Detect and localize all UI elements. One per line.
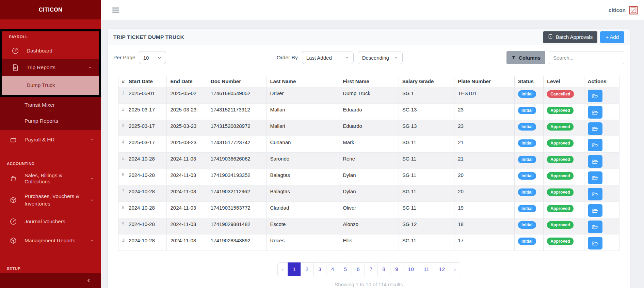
view-record-button[interactable] xyxy=(588,122,602,135)
cell-plate-number: 20 xyxy=(454,169,515,185)
pagination-page-9[interactable]: 9 xyxy=(390,262,403,276)
status-badge: Initial xyxy=(518,188,536,196)
cell-doc-number: 17419034193352 xyxy=(207,169,267,185)
pagination-page-6[interactable]: 6 xyxy=(352,262,365,276)
menu-toggle-button[interactable] xyxy=(112,6,119,14)
pagination-page-4[interactable]: 4 xyxy=(326,262,339,276)
view-record-button[interactable] xyxy=(588,90,602,102)
cell-salary-grade: SG 11 xyxy=(399,153,454,169)
sidebar-item-transit-mixer[interactable]: Transit Mixer xyxy=(0,97,101,113)
row-number: 10 xyxy=(118,234,125,251)
level-badge: Approved xyxy=(547,188,574,196)
cell-plate-number: 20 xyxy=(454,185,515,202)
view-record-button[interactable] xyxy=(588,188,602,200)
pagination-page-12[interactable]: 12 xyxy=(434,262,450,276)
pagination-page-2[interactable]: 2 xyxy=(301,262,314,276)
cell-last-name: Escote xyxy=(267,218,339,234)
view-record-button[interactable] xyxy=(588,237,602,249)
sidebar-item-label: Purchases, Vouchers & Inventories xyxy=(25,193,82,208)
document-icon xyxy=(12,64,19,71)
view-record-button[interactable] xyxy=(588,155,602,168)
sidebar-item-dashboard[interactable]: Dashboard xyxy=(2,42,99,59)
sidebar: CITICON PAYROLL Dashboard Trip Reports D… xyxy=(0,0,101,288)
level-badge: Approved xyxy=(547,238,574,245)
add-button[interactable]: + Add xyxy=(600,31,624,43)
batch-approvals-button[interactable]: Batch Approvals xyxy=(543,31,597,43)
pagination-next[interactable]: › xyxy=(450,262,460,276)
view-record-button[interactable] xyxy=(588,221,602,233)
cell-plate-number: 18 xyxy=(454,218,515,234)
cell-end-date: 2024-11-03 xyxy=(167,185,207,202)
view-record-button[interactable] xyxy=(588,204,602,217)
cell-first-name: Rene xyxy=(339,153,399,169)
cell-doc-number: 17419036626062 xyxy=(207,153,267,169)
view-record-button[interactable] xyxy=(588,171,602,184)
content-card: TRIP TICKET DUMP TRUCK Batch Approvals +… xyxy=(108,29,630,288)
chevron-down-icon xyxy=(345,56,349,60)
sidebar-brand: CITICON xyxy=(0,0,101,19)
section-label-setup: SETUP xyxy=(0,263,101,274)
sidebar-item-label: Sales, Billings & Collections xyxy=(25,172,90,185)
status-badge: Initial xyxy=(518,156,536,163)
cell-last-name: Roces xyxy=(267,234,339,251)
cell-start-date: 2025-03-17 xyxy=(125,104,167,120)
edit-square-icon[interactable] xyxy=(629,6,638,15)
cell-last-name: Balagtas xyxy=(267,185,339,202)
table-row: 3 2025-03-17 2025-03-23 17431520828972 M… xyxy=(118,120,619,136)
funnel-icon xyxy=(511,55,516,60)
sidebar-item-management-reports[interactable]: Management Reports xyxy=(0,231,101,250)
row-number: 6 xyxy=(118,169,125,185)
sidebar-item-dump-truck[interactable]: Dump Truck xyxy=(2,76,99,95)
records-table: #Start DateEnd DateDoc NumberLast NameFi… xyxy=(118,76,619,251)
cell-last-name: Balagtas xyxy=(267,169,339,185)
column-header: Doc Number xyxy=(207,76,267,87)
order-direction-select[interactable]: Descending xyxy=(358,51,403,64)
open-folder-icon xyxy=(592,175,598,181)
order-field-select[interactable]: Last Added xyxy=(302,51,354,64)
chevron-down-icon xyxy=(90,176,94,181)
columns-button-label: Columns xyxy=(519,55,541,61)
cell-end-date: 2024-11-03 xyxy=(167,153,207,169)
view-record-button[interactable] xyxy=(588,106,602,119)
pagination-page-1[interactable]: 1 xyxy=(288,262,301,276)
sidebar-item-purchases-vouchers-inventories[interactable]: Purchases, Vouchers & Inventories xyxy=(0,188,101,212)
pagination-prev[interactable]: ‹ xyxy=(277,262,288,276)
pagination-page-7[interactable]: 7 xyxy=(365,262,378,276)
sidebar-item-pump-reports[interactable]: Pump Reports xyxy=(0,113,101,129)
columns-button[interactable]: Columns xyxy=(506,51,545,64)
pagination-page-10[interactable]: 10 xyxy=(403,262,419,276)
column-header: First Name xyxy=(339,76,399,87)
pagination-page-8[interactable]: 8 xyxy=(377,262,390,276)
sidebar-item-payroll-hr[interactable]: Payroll & HR xyxy=(0,130,101,149)
clipboard-check-icon xyxy=(548,34,553,40)
collapse-sidebar-button[interactable] xyxy=(86,278,92,283)
sidebar-item-label: Journal Vouchers xyxy=(25,218,65,225)
level-badge: Approved xyxy=(547,156,574,163)
cell-end-date: 2025-03-23 xyxy=(167,120,207,136)
open-folder-icon xyxy=(592,142,598,148)
sidebar-item-trip-reports[interactable]: Trip Reports xyxy=(2,59,99,76)
cell-doc-number: 17431520828972 xyxy=(207,120,267,136)
cell-doc-number: 17419029881482 xyxy=(207,218,267,234)
cell-plate-number: 23 xyxy=(454,104,515,120)
per-page-select[interactable]: 10 xyxy=(139,51,166,64)
pagination-page-5[interactable]: 5 xyxy=(339,262,352,276)
status-badge: Initial xyxy=(518,123,536,131)
cell-end-date: 2024-11-03 xyxy=(167,218,207,234)
section-label-accounting: ACCOUNTING xyxy=(0,158,101,169)
cell-doc-number: 17419031563772 xyxy=(207,202,267,218)
open-folder-icon xyxy=(592,109,598,116)
pagination-page-11[interactable]: 11 xyxy=(419,262,434,276)
sidebar-item-journal-vouchers[interactable]: Journal Vouchers xyxy=(0,212,101,231)
table-row: 7 2024-10-28 2024-11-03 17419032112962 B… xyxy=(118,185,619,202)
sidebar-item-label: Payroll & HR xyxy=(25,137,55,143)
cell-start-date: 2024-10-28 xyxy=(125,169,167,185)
sidebar-item-sales-billings-collections[interactable]: Sales, Billings & Collections xyxy=(0,169,101,188)
view-record-button[interactable] xyxy=(588,139,602,151)
sidebar-footer xyxy=(0,273,101,288)
search-input[interactable] xyxy=(549,51,624,64)
table-header-row: #Start DateEnd DateDoc NumberLast NameFi… xyxy=(118,76,619,87)
pagination-page-3[interactable]: 3 xyxy=(313,262,326,276)
row-number: 9 xyxy=(118,218,125,234)
bag-icon xyxy=(10,175,17,182)
